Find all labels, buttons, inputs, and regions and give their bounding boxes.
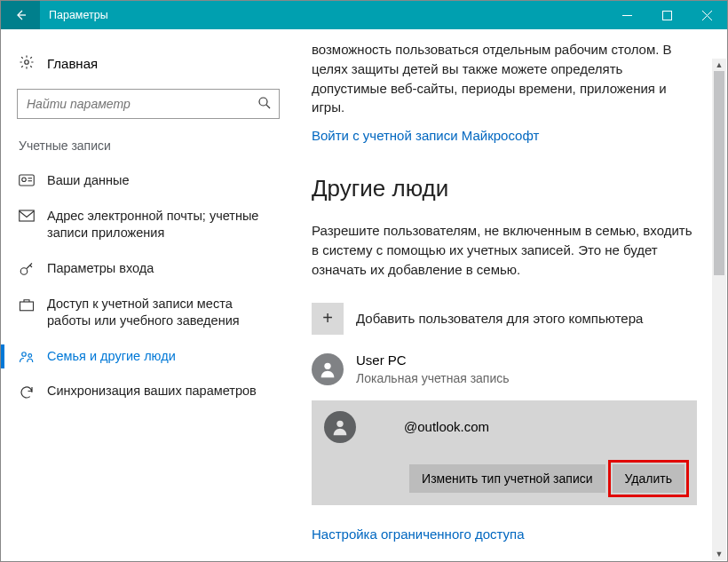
sidebar-item-work-access[interactable]: Доступ к учетной записи места работы или…	[1, 287, 296, 339]
avatar-icon	[312, 353, 344, 385]
sidebar-item-label: Семья и другие люди	[47, 348, 176, 366]
svg-point-5	[259, 98, 267, 106]
svg-point-14	[22, 352, 27, 357]
account-name: @outlook.com	[368, 417, 489, 437]
other-people-heading: Другие люди	[312, 172, 697, 206]
maximize-icon	[662, 11, 672, 20]
sidebar-item-label: Параметры входа	[47, 260, 154, 278]
sync-icon	[19, 383, 35, 400]
svg-point-12	[20, 267, 28, 274]
minimize-button[interactable]	[607, 1, 647, 29]
sidebar: Главная Учетные записи Ваши данные Адрес…	[1, 29, 296, 561]
sidebar-item-label: Синхронизация ваших параметров	[47, 383, 257, 400]
add-user-button[interactable]: + Добавить пользователя для этого компью…	[312, 303, 697, 335]
home-label: Главная	[47, 56, 98, 71]
scrollbar-thumb[interactable]	[714, 71, 724, 275]
avatar-icon	[324, 411, 356, 443]
key-icon	[19, 260, 35, 278]
sidebar-item-email-accounts[interactable]: Адрес электронной почты; учетные записи …	[1, 199, 296, 251]
briefcase-icon	[19, 296, 35, 312]
delete-account-button[interactable]: Удалить	[613, 464, 684, 493]
sidebar-item-sync[interactable]: Синхронизация ваших параметров	[1, 374, 296, 409]
settings-window: Параметры Главная Уче	[0, 0, 728, 562]
id-card-icon	[19, 172, 35, 186]
section-header: Учетные записи	[1, 135, 296, 163]
mail-icon	[19, 208, 35, 222]
scroll-down-icon: ▼	[712, 548, 726, 560]
sidebar-item-label: Ваши данные	[47, 172, 130, 190]
sidebar-item-signin-options[interactable]: Параметры входа	[1, 251, 296, 287]
svg-rect-13	[20, 302, 34, 311]
account-row-outlook-selected[interactable]: @outlook.com Изменить тип учетной записи…	[312, 400, 697, 505]
signin-microsoft-link[interactable]: Войти с учетной записи Майкрософт	[312, 126, 697, 146]
gear-icon	[19, 54, 35, 73]
account-type: Локальная учетная запись	[356, 369, 510, 387]
restricted-access-link[interactable]: Настройка ограниченного доступа	[312, 525, 697, 544]
back-button[interactable]	[1, 1, 40, 29]
sidebar-item-family[interactable]: Семья и другие люди	[1, 339, 296, 375]
home-link[interactable]: Главная	[1, 47, 296, 89]
window-title: Параметры	[40, 9, 607, 21]
sidebar-item-label: Адрес электронной почты; учетные записи …	[47, 208, 278, 242]
window-controls	[607, 1, 727, 29]
maximize-button[interactable]	[647, 1, 687, 29]
other-people-description: Разрешите пользователям, не включенным в…	[312, 221, 697, 279]
svg-point-15	[28, 353, 32, 357]
family-description: возможность пользоваться отдельным рабоч…	[312, 40, 697, 117]
close-icon	[702, 11, 712, 20]
svg-point-4	[25, 60, 29, 65]
sidebar-item-label: Доступ к учетной записи места работы или…	[47, 296, 278, 330]
svg-rect-1	[663, 11, 672, 20]
arrow-left-icon	[13, 8, 28, 22]
sidebar-item-your-info[interactable]: Ваши данные	[1, 163, 296, 199]
plus-icon: +	[312, 303, 344, 335]
content-pane: возможность пользоваться отдельным рабоч…	[296, 29, 727, 561]
change-account-type-button[interactable]: Изменить тип учетной записи	[409, 464, 605, 493]
search-input[interactable]	[17, 89, 280, 119]
search-container	[17, 89, 280, 119]
search-icon	[257, 95, 273, 115]
minimize-icon	[622, 11, 632, 20]
account-actions: Изменить тип учетной записи Удалить	[324, 464, 684, 493]
account-name: User PC	[356, 351, 510, 370]
scroll-up-icon: ▲	[712, 59, 726, 71]
svg-point-17	[336, 420, 343, 426]
svg-point-16	[324, 362, 330, 368]
people-icon	[19, 348, 35, 364]
svg-rect-11	[20, 210, 35, 221]
window-body: Главная Учетные записи Ваши данные Адрес…	[1, 29, 727, 561]
svg-rect-7	[20, 175, 35, 186]
titlebar: Параметры	[1, 1, 727, 29]
account-row-userpc[interactable]: User PC Локальная учетная запись	[312, 351, 697, 388]
svg-point-8	[22, 178, 27, 182]
svg-line-6	[266, 105, 270, 108]
add-user-label: Добавить пользователя для этого компьюте…	[356, 309, 643, 328]
close-button[interactable]	[687, 1, 727, 29]
scrollbar[interactable]: ▲ ▼	[712, 59, 726, 560]
